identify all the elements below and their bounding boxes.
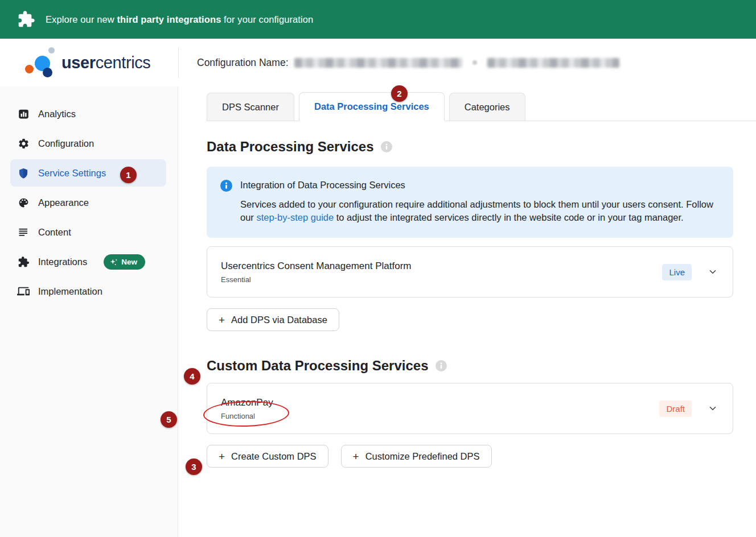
sidebar-item-label: Service Settings (38, 168, 106, 179)
logo-dots-icon (24, 46, 58, 79)
devices-icon (17, 285, 30, 298)
info-icon[interactable] (435, 360, 447, 371)
sidebar-item-implementation[interactable]: Implementation (10, 278, 166, 305)
integration-info-box: Integration of Data Processing Services … (207, 167, 733, 238)
sidebar-nav: Analytics Configuration Service Settings… (0, 86, 178, 537)
puzzle-icon (17, 10, 35, 28)
status-badge-live: Live (662, 264, 692, 280)
tab-dps-scanner[interactable]: DPS Scanner (207, 93, 294, 121)
annotation-badge-5: 5 (161, 411, 177, 428)
custom-dps-section-title: Custom Data Processing Services (207, 358, 733, 374)
redacted-config-name (294, 58, 462, 68)
sidebar-item-label: Integrations (38, 257, 87, 267)
annotation-badge-4: 4 (184, 368, 200, 385)
sidebar-item-integrations[interactable]: Integrations New (10, 248, 166, 275)
chevron-down-icon[interactable] (708, 403, 718, 414)
step-by-step-guide-link[interactable]: step-by-step guide (256, 212, 334, 222)
banner-message: Explore our new third party integrations… (46, 14, 313, 25)
configuration-name-label: Configuration Name: (197, 57, 289, 69)
annotation-badge-1: 1 (120, 167, 137, 183)
configuration-name-group: Configuration Name: (197, 57, 619, 69)
annotation-badge-2: 2 (391, 85, 408, 102)
new-badge-label: New (121, 258, 137, 266)
logo-wordmark: usercentrics (61, 53, 150, 72)
annotation-badge-3: 3 (186, 458, 202, 475)
plus-icon: + (219, 315, 225, 325)
sidebar-item-label: Configuration (38, 138, 94, 149)
header-divider (178, 47, 179, 78)
sidebar-item-analytics[interactable]: Analytics (10, 100, 166, 127)
service-category: Essential (221, 275, 411, 284)
page-title: Data Processing Services (207, 139, 733, 155)
content-lines-icon (17, 226, 30, 238)
add-dps-button-label: Add DPS via Database (231, 315, 327, 325)
main-content: DPS Scanner Data Processing Services Cat… (178, 86, 756, 537)
add-dps-via-database-button[interactable]: + Add DPS via Database (207, 308, 339, 331)
service-title: Usercentrics Consent Management Platform (221, 261, 411, 272)
tab-bar: DPS Scanner Data Processing Services Cat… (207, 92, 756, 121)
app-header: usercentrics Configuration Name: (0, 39, 756, 86)
create-custom-dps-button[interactable]: + Create Custom DPS (207, 445, 328, 468)
sidebar-item-configuration[interactable]: Configuration (10, 130, 166, 157)
sidebar-item-label: Implementation (38, 286, 102, 297)
tab-categories[interactable]: Categories (449, 93, 525, 121)
puzzle-piece-icon (17, 255, 30, 268)
announcement-banner: Explore our new third party integrations… (0, 0, 756, 39)
logo-area: usercentrics (0, 46, 178, 79)
info-box-body: Services added to your configuration req… (240, 198, 720, 224)
custom-dps-actions: + Create Custom DPS + Customize Predefin… (207, 445, 733, 468)
redacted-separator (472, 60, 477, 65)
info-icon[interactable] (381, 141, 392, 152)
plus-icon: + (219, 451, 225, 462)
create-custom-dps-label: Create Custom DPS (231, 451, 316, 462)
sidebar-item-service-settings[interactable]: Service Settings (10, 159, 166, 187)
info-box-title: Integration of Data Processing Services (240, 180, 720, 191)
sidebar-item-content[interactable]: Content (10, 218, 166, 246)
banner-highlight: third party integrations (117, 14, 221, 24)
status-badge-draft: Draft (659, 400, 692, 417)
sidebar-item-label: Appearance (38, 197, 89, 208)
chevron-down-icon[interactable] (708, 267, 718, 277)
usercentrics-logo[interactable]: usercentrics (24, 46, 150, 79)
sidebar-item-label: Content (38, 227, 71, 238)
gear-icon (17, 137, 30, 150)
customize-predefined-dps-button[interactable]: + Customize Predefined DPS (341, 445, 492, 468)
cmp-service-card[interactable]: Usercentrics Consent Management Platform… (207, 246, 733, 298)
sidebar-item-appearance[interactable]: Appearance (10, 189, 166, 216)
info-icon-blue (220, 180, 232, 192)
tab-data-processing-services[interactable]: Data Processing Services (299, 92, 445, 121)
sparkle-icon (109, 258, 118, 266)
customize-predefined-dps-label: Customize Predefined DPS (365, 451, 480, 462)
redacted-data-controller (487, 58, 619, 68)
new-badge: New (104, 254, 145, 270)
shield-icon (17, 167, 30, 179)
plus-icon: + (353, 451, 359, 462)
sidebar-item-label: Analytics (38, 109, 76, 119)
palette-icon (17, 196, 30, 209)
analytics-icon (17, 108, 30, 120)
